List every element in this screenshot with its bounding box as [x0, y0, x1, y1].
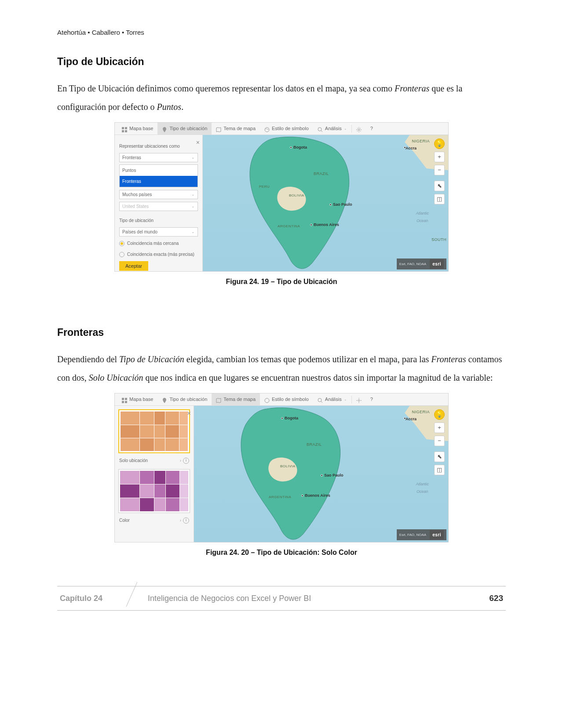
map-canvas[interactable]: NIGERIA Accra BRAZIL BOLIVIA ARGENTINA B…: [194, 406, 448, 542]
lasso-tool-button[interactable]: ◫: [434, 465, 445, 475]
tb-estilo-simbolo[interactable]: Estilo de símbolo: [260, 123, 313, 135]
section-heading-tipo: Tipo de Ubicación: [57, 52, 506, 72]
arcgis-screenshot-2: Mapa base Tipo de ubicación Tema de mapa…: [114, 393, 449, 542]
svg-rect-10: [122, 398, 124, 400]
chevron-right-icon[interactable]: ›: [180, 516, 181, 524]
zoom-out-button[interactable]: −: [434, 165, 445, 175]
tb-settings[interactable]: [352, 123, 366, 135]
ital: Tipo de Ubicación: [119, 354, 184, 364]
tb-mapa-base[interactable]: Mapa base: [117, 123, 157, 135]
tb-tipo-ubicacion[interactable]: Tipo de ubicación: [157, 393, 212, 405]
tb-help[interactable]: ?: [366, 123, 377, 135]
tb-tema-mapa[interactable]: Tema de mapa: [212, 123, 260, 135]
label-bogota: Bogota: [285, 415, 298, 422]
tb-tipo-ubicacion[interactable]: Tipo de ubicación: [157, 123, 212, 135]
tb-tema-mapa[interactable]: Tema de mapa: [212, 393, 260, 405]
plus-icon: +: [438, 422, 441, 433]
radio-nearest[interactable]: Coincidencia más cercana: [119, 239, 198, 248]
figure-24-20: Mapa base Tipo de ubicación Tema de mapa…: [57, 393, 506, 559]
text: que nos indica en que lugares se encuent…: [143, 373, 493, 382]
chevron-down-icon: ⌄: [344, 125, 347, 132]
paragraph-tipo: En Tipo de Ubicación definimos como quer…: [57, 79, 506, 116]
chevron-down-icon: ⌄: [191, 191, 195, 198]
minus-icon: −: [438, 165, 441, 176]
bulb-icon: 💡: [436, 409, 443, 420]
info-icon[interactable]: i: [183, 458, 189, 464]
represent-dropdown: Puntos Fronteras: [119, 164, 198, 187]
radio-exact[interactable]: Coincidencia exacta (más precisa): [119, 250, 198, 258]
close-icon[interactable]: ×: [187, 408, 191, 419]
map-attribution: Esri, FAO, NOAA esri: [397, 258, 446, 269]
hint-bulb-button[interactable]: 💡: [434, 409, 445, 420]
label-nigeria: NIGERIA: [412, 138, 430, 145]
svg-point-17: [358, 400, 360, 401]
tb-estilo-simbolo[interactable]: Estilo de símbolo: [260, 393, 313, 405]
map-canvas[interactable]: NIGERIA Accra BRAZIL BOLIVIA PERU ARGENT…: [203, 135, 448, 271]
label-saopaulo: Sao Paulo: [333, 201, 352, 208]
esri-badge: esri: [430, 530, 444, 539]
option-puntos[interactable]: Puntos: [120, 165, 197, 176]
chevron-down-icon: ⌄: [191, 154, 195, 161]
option-fronteras[interactable]: Fronteras: [120, 176, 197, 187]
svg-line-8: [321, 131, 322, 132]
hint-bulb-button[interactable]: 💡: [434, 138, 445, 149]
figure-caption-19: Figura 24. 19 – Tipo de Ubicación: [57, 275, 506, 288]
zoom-in-button[interactable]: +: [434, 152, 445, 162]
info-icon[interactable]: i: [183, 517, 189, 524]
label-saopaulo: Sao Paulo: [324, 472, 344, 479]
tipo-select[interactable]: Países del mundo ⌄: [119, 227, 198, 237]
cursor-icon: ⬉: [437, 181, 442, 192]
tb-analisis[interactable]: Análisis ⌄: [313, 123, 351, 135]
ital: Fronteras: [431, 354, 466, 364]
zoom-out-button[interactable]: −: [434, 436, 445, 446]
label-atlantic: Atlantic Ocean: [416, 210, 429, 225]
grid-icon: [122, 126, 127, 131]
select-tool-button[interactable]: ⬉: [434, 451, 445, 462]
label-nigeria: NIGERIA: [412, 408, 430, 416]
tb-help[interactable]: ?: [366, 393, 377, 405]
figure-24-19: Mapa base Tipo de ubicación Tema de mapa…: [57, 122, 506, 288]
location-type-panel: × Representar ubicaciones como Fronteras…: [115, 135, 203, 271]
accept-button[interactable]: Aceptar: [119, 261, 148, 271]
svg-line-16: [321, 401, 322, 403]
text: Ocean: [417, 218, 428, 223]
radio-icon: [119, 252, 124, 257]
tb-settings[interactable]: [352, 393, 366, 405]
label-accra: Accra: [406, 145, 417, 152]
chevron-right-icon[interactable]: ›: [180, 456, 181, 465]
plus-icon: +: [438, 152, 441, 163]
tb-analisis[interactable]: Análisis ⌄: [313, 393, 351, 405]
svg-point-4: [265, 127, 269, 132]
svg-point-7: [318, 127, 322, 131]
theme-label: Solo ubicación: [119, 456, 148, 465]
svg-rect-3: [125, 130, 127, 132]
country-select[interactable]: United States ⌄: [119, 202, 198, 211]
tb-mapa-base[interactable]: Mapa base: [117, 393, 157, 405]
running-header: Atehortúa • Caballero • Torres: [57, 26, 506, 39]
label-peru: PERU: [259, 183, 270, 190]
represent-select[interactable]: Fronteras ⌄: [119, 153, 198, 162]
label-bogota: Bogota: [293, 144, 307, 151]
attrib-text: Esri, FAO, NOAA: [399, 531, 426, 538]
minus-icon: −: [438, 436, 441, 447]
zoom-in-button[interactable]: +: [434, 422, 445, 433]
theme-label-row: Color › i: [118, 515, 190, 527]
text: Ocean: [417, 489, 428, 494]
select-tool-button[interactable]: ⬉: [434, 181, 445, 191]
theme-solo-ubicacion[interactable]: [118, 409, 190, 453]
close-icon[interactable]: ×: [196, 137, 200, 149]
lasso-tool-button[interactable]: ◫: [434, 194, 445, 204]
south-america-shape: [225, 407, 366, 541]
text: Dependiendo del: [57, 354, 119, 364]
ital-fronteras: Fronteras: [395, 84, 429, 93]
country-scope-select[interactable]: Muchos países ⌄: [119, 190, 198, 199]
label-accra: Accra: [406, 415, 417, 423]
label-south: SOUTH: [431, 236, 446, 244]
treemap-purple-icon: [120, 471, 188, 511]
theme-color[interactable]: [118, 469, 190, 513]
tb-label: Mapa base: [129, 124, 153, 133]
represent-label: Representar ubicaciones como: [119, 142, 198, 150]
gear-icon: [356, 126, 362, 131]
svg-rect-13: [125, 401, 127, 403]
pin-icon: [162, 397, 167, 402]
